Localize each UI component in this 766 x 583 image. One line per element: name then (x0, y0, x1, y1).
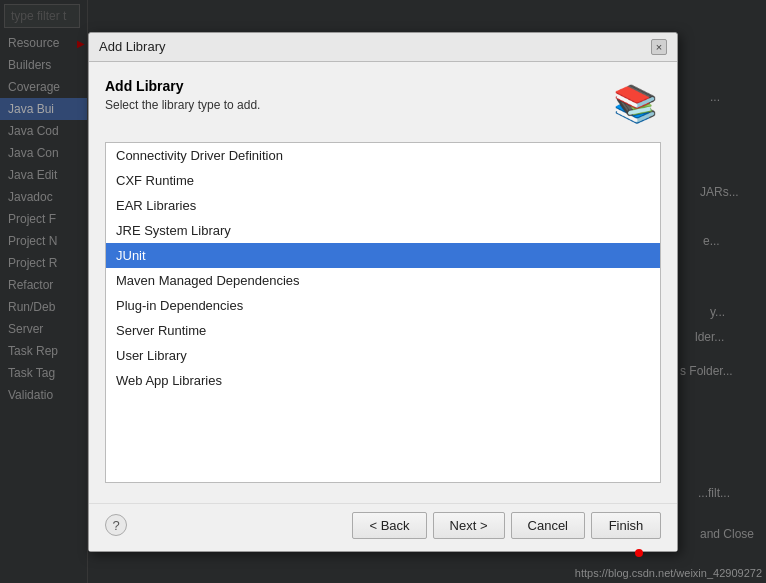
library-icon: 📚 (609, 78, 661, 130)
footer-right: < Back Next > Cancel Finish (352, 512, 661, 539)
help-button[interactable]: ? (105, 514, 127, 536)
dialog-heading: Add Library (105, 78, 609, 94)
dialog-footer: ? < Back Next > Cancel Finish (89, 503, 677, 551)
library-item-2[interactable]: EAR Libraries (106, 193, 660, 218)
back-button[interactable]: < Back (352, 512, 426, 539)
add-library-dialog: Add Library × Add Library Select the lib… (88, 32, 678, 552)
library-list[interactable]: Connectivity Driver DefinitionCXF Runtim… (105, 142, 661, 483)
library-item-9[interactable]: Web App Libraries (106, 368, 660, 393)
footer-left: ? (105, 514, 127, 536)
dialog-title: Add Library (99, 39, 165, 54)
library-item-1[interactable]: CXF Runtime (106, 168, 660, 193)
library-item-7[interactable]: Server Runtime (106, 318, 660, 343)
dialog-header-row: Add Library Select the library type to a… (105, 78, 661, 130)
next-button[interactable]: Next > (433, 512, 505, 539)
finish-button[interactable]: Finish (591, 512, 661, 539)
red-dot-indicator (635, 549, 643, 557)
library-item-8[interactable]: User Library (106, 343, 660, 368)
library-item-3[interactable]: JRE System Library (106, 218, 660, 243)
dialog-overlay: Add Library × Add Library Select the lib… (0, 0, 766, 583)
heading-block: Add Library Select the library type to a… (105, 78, 609, 112)
watermark: https://blog.csdn.net/weixin_42909272 (575, 567, 762, 579)
dialog-subtext: Select the library type to add. (105, 98, 609, 112)
library-item-5[interactable]: Maven Managed Dependencies (106, 268, 660, 293)
library-item-4[interactable]: JUnit (106, 243, 660, 268)
close-button[interactable]: × (651, 39, 667, 55)
dialog-titlebar: Add Library × (89, 33, 677, 62)
library-item-0[interactable]: Connectivity Driver Definition (106, 143, 660, 168)
cancel-button[interactable]: Cancel (511, 512, 585, 539)
dialog-body: Add Library Select the library type to a… (89, 62, 677, 503)
library-item-6[interactable]: Plug-in Dependencies (106, 293, 660, 318)
